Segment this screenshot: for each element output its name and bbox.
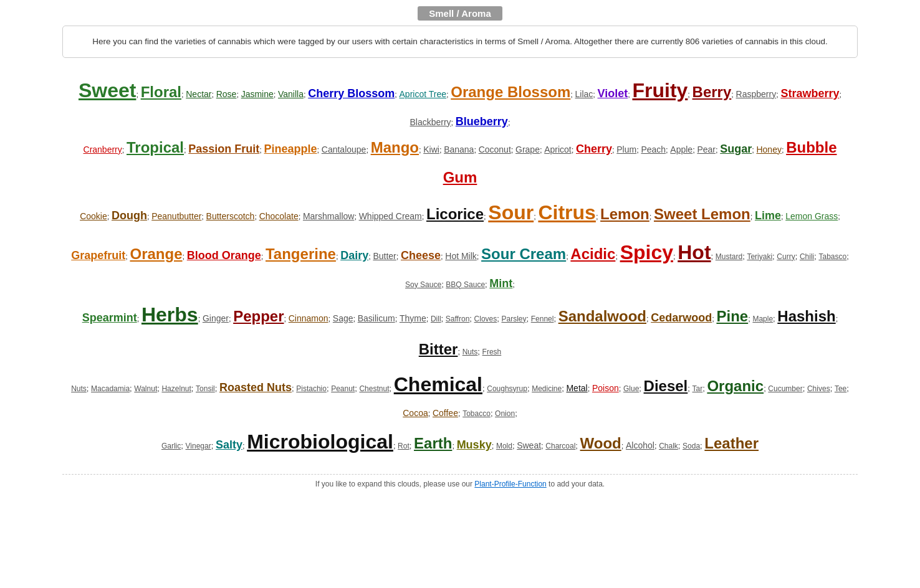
tag-spearmint[interactable]: Spearmint <box>82 311 137 324</box>
tag-tabasco[interactable]: Tabasco <box>818 252 846 261</box>
tag-organic[interactable]: Organic <box>707 377 764 394</box>
tag-honey[interactable]: Honey <box>756 145 781 154</box>
tag-lemon[interactable]: Lemon <box>600 206 649 222</box>
tag-hazelnut[interactable]: Hazelnut <box>161 384 191 393</box>
tag-hashish[interactable]: Hashish <box>777 308 835 325</box>
tag-pineapple[interactable]: Pineapple <box>264 143 317 155</box>
tag-orange[interactable]: Orange <box>130 245 182 262</box>
tag-dough[interactable]: Dough <box>112 209 147 222</box>
tag-cherry[interactable]: Cherry <box>576 143 612 155</box>
tag-soda[interactable]: Soda <box>683 442 700 450</box>
tag-peach[interactable]: Peach <box>641 145 666 154</box>
tag-walnut[interactable]: Walnut <box>134 384 157 393</box>
tag-strawberry[interactable]: Strawberry <box>780 87 839 100</box>
tag-peanut[interactable]: Peanut <box>331 384 355 393</box>
tag-herbs[interactable]: Herbs <box>141 303 198 326</box>
tag-coffee[interactable]: Coffee <box>433 408 458 418</box>
tag-onion[interactable]: Onion <box>495 409 515 418</box>
tag-cedarwood[interactable]: Cedarwood <box>651 311 712 324</box>
tag-fennel[interactable]: Fennel <box>531 315 554 323</box>
tag-parsley[interactable]: Parsley <box>501 315 526 323</box>
tag-apple[interactable]: Apple <box>670 145 692 154</box>
tag-sage[interactable]: Sage <box>333 313 353 323</box>
tag-mustard[interactable]: Mustard <box>716 252 742 261</box>
tag-mango[interactable]: Mango <box>371 139 419 156</box>
tag-cherry-blossom[interactable]: Cherry Blossom <box>308 87 395 100</box>
tag-tee[interactable]: Tee <box>835 384 846 393</box>
tag-vinegar[interactable]: Vinegar <box>186 442 211 450</box>
tag-berry[interactable]: Berry <box>692 83 732 100</box>
tag-dill[interactable]: Dill <box>431 315 441 323</box>
tag-violet[interactable]: Violet <box>598 87 628 100</box>
tag-butterscotch[interactable]: Butterscotch <box>206 211 255 221</box>
tag-spicy[interactable]: Spicy <box>620 241 673 263</box>
tag-earth[interactable]: Earth <box>414 435 452 452</box>
tag-cantaloupe[interactable]: Cantaloupe <box>322 145 367 154</box>
tag-whipped-cream[interactable]: Whipped Cream <box>359 211 422 221</box>
tag-nuts[interactable]: Nuts <box>462 348 478 356</box>
tag-soy-sauce[interactable]: Soy Sauce <box>405 280 441 289</box>
tag-salty[interactable]: Salty <box>216 439 242 451</box>
footer-link[interactable]: Plant-Profile-Function <box>474 480 546 488</box>
tag-microbiological[interactable]: Microbiological <box>247 430 393 453</box>
tag-sour[interactable]: Sour <box>488 201 534 224</box>
tag-raspberry[interactable]: Raspberry <box>736 89 777 99</box>
tag-acidic[interactable]: Acidic <box>570 245 615 262</box>
tag-cookie[interactable]: Cookie <box>80 211 107 221</box>
tag-apricot-tree[interactable]: Apricot Tree <box>400 89 446 99</box>
tag-sugar[interactable]: Sugar <box>720 143 752 155</box>
tag-mint[interactable]: Mint <box>489 277 512 290</box>
tag-rose[interactable]: Rose <box>216 89 237 99</box>
tag-cocoa[interactable]: Cocoa <box>403 408 428 418</box>
tag-blueberry[interactable]: Blueberry <box>456 115 508 128</box>
tag-tropical[interactable]: Tropical <box>127 139 184 156</box>
tag-chocolate[interactable]: Chocolate <box>259 211 299 221</box>
tag-basilicum[interactable]: Basilicum <box>358 313 395 323</box>
tag-diesel[interactable]: Diesel <box>644 377 688 394</box>
tag-tobacco[interactable]: Tobacco <box>462 409 491 418</box>
tag-mold[interactable]: Mold <box>496 442 512 450</box>
tag-grapefruit[interactable]: Grapefruit <box>71 249 125 262</box>
tag-pine[interactable]: Pine <box>716 308 748 325</box>
tag-sandalwood[interactable]: Sandalwood <box>558 308 646 325</box>
tag-rot[interactable]: Rot <box>398 442 410 450</box>
tag-grape[interactable]: Grape <box>515 145 540 154</box>
tag-dairy[interactable]: Dairy <box>340 249 368 262</box>
tag-tangerine[interactable]: Tangerine <box>266 245 336 262</box>
tag-metal[interactable]: Metal <box>566 383 587 393</box>
tag-cinnamon[interactable]: Cinnamon <box>289 313 328 323</box>
tag-coughsyrup[interactable]: Coughsyrup <box>487 384 527 393</box>
tag-butter[interactable]: Butter <box>373 251 396 261</box>
tag-bitter[interactable]: Bitter <box>419 341 458 358</box>
tag-nectar[interactable]: Nectar <box>186 89 211 99</box>
tag-curry[interactable]: Curry <box>777 252 795 261</box>
tag-charcoal[interactable]: Charcoal <box>545 442 575 450</box>
tag-saffron[interactable]: Saffron <box>446 315 469 323</box>
tag-banana[interactable]: Banana <box>444 145 474 154</box>
tag-pistachio[interactable]: Pistachio <box>296 384 327 393</box>
tag-pear[interactable]: Pear <box>697 145 716 154</box>
tag-maple[interactable]: Maple <box>752 315 773 323</box>
tag-alcohol[interactable]: Alcohol <box>626 440 654 450</box>
tag-thyme[interactable]: Thyme <box>400 313 426 323</box>
tag-cheese[interactable]: Cheese <box>401 249 441 262</box>
tag-marshmallow[interactable]: Marshmallow <box>303 211 354 221</box>
tag-sweat[interactable]: Sweat <box>517 440 541 450</box>
tag-chives[interactable]: Chives <box>807 384 830 393</box>
tag-tar[interactable]: Tar <box>692 384 703 393</box>
tag-bbq-sauce[interactable]: BBQ Sauce <box>446 280 485 289</box>
tag-chili[interactable]: Chili <box>800 252 814 261</box>
tag-citrus[interactable]: Citrus <box>538 201 595 224</box>
tag-macadamia[interactable]: Macadamia <box>91 384 130 393</box>
tag-blood-orange[interactable]: Blood Orange <box>187 249 261 262</box>
tag-garlic[interactable]: Garlic <box>161 442 181 450</box>
tag-medicine[interactable]: Medicine <box>532 384 562 393</box>
tag-plum[interactable]: Plum <box>616 145 636 154</box>
tag-sweet-lemon[interactable]: Sweet Lemon <box>654 206 750 222</box>
tag-coconut[interactable]: Coconut <box>479 145 511 154</box>
tag-wood[interactable]: Wood <box>580 435 621 452</box>
tag-chemical[interactable]: Chemical <box>394 373 482 396</box>
tag-musky[interactable]: Musky <box>457 439 492 451</box>
tag-blackberry[interactable]: Blackberry <box>410 117 451 127</box>
tag-chestnut[interactable]: Chestnut <box>359 384 389 393</box>
